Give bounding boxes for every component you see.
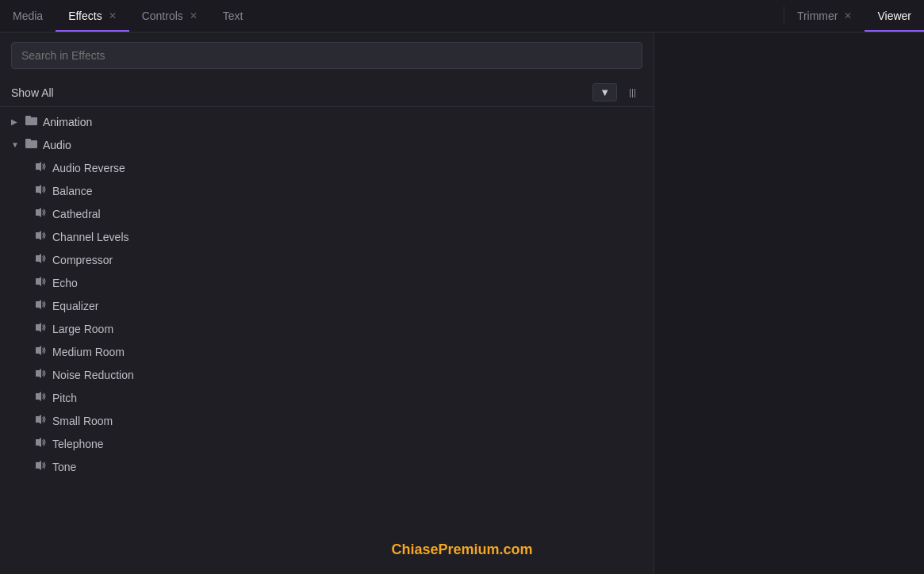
effect-large-room[interactable]: Large Room — [0, 317, 654, 340]
audio-icon — [35, 207, 46, 220]
effect-compressor[interactable]: Compressor — [0, 248, 654, 271]
folder-icon-audio — [25, 138, 38, 151]
effect-pitch-label: Pitch — [52, 392, 77, 404]
tab-controls-close[interactable]: ✕ — [190, 11, 197, 21]
category-audio[interactable]: ▼ Audio — [0, 133, 654, 156]
audio-icon — [35, 230, 46, 243]
svg-marker-9 — [36, 277, 41, 286]
effect-channel-levels-label: Channel Levels — [52, 231, 129, 243]
audio-icon — [35, 161, 46, 174]
audio-icon — [35, 391, 46, 404]
audio-icon — [35, 414, 46, 427]
svg-rect-1 — [25, 116, 31, 119]
chevron-right-icon: ▶ — [11, 117, 21, 126]
effect-noise-reduction[interactable]: Noise Reduction — [0, 363, 654, 386]
tab-trimmer[interactable]: Trimmer ✕ — [784, 0, 865, 32]
svg-marker-17 — [36, 461, 41, 470]
tab-text-label: Text — [223, 10, 243, 22]
tab-bar-left: Media Effects ✕ Controls ✕ Text Trimmer … — [0, 0, 924, 33]
audio-icon — [35, 299, 46, 312]
filter-dropdown[interactable]: ▼ — [592, 83, 617, 101]
svg-marker-6 — [36, 208, 41, 217]
category-audio-label: Audio — [43, 139, 71, 151]
right-panel — [654, 33, 924, 574]
tab-text[interactable]: Text — [210, 0, 256, 32]
svg-marker-7 — [36, 231, 41, 240]
effect-large-room-label: Large Room — [52, 323, 113, 335]
svg-rect-3 — [25, 139, 31, 142]
effect-balance-label: Balance — [52, 185, 93, 197]
effect-equalizer[interactable]: Equalizer — [0, 294, 654, 317]
tab-effects[interactable]: Effects ✕ — [56, 0, 129, 32]
category-animation[interactable]: ▶ Animation — [0, 110, 654, 133]
chevron-down-icon: ▼ — [600, 86, 610, 98]
svg-marker-15 — [36, 415, 41, 424]
tab-media-label: Media — [13, 10, 43, 22]
effect-balance[interactable]: Balance — [0, 179, 654, 202]
svg-marker-16 — [36, 438, 41, 447]
filter-sort-icon: ⫼ — [627, 86, 639, 99]
audio-icon — [35, 253, 46, 266]
audio-icon — [35, 276, 46, 289]
search-input[interactable] — [11, 42, 642, 69]
tab-controls-label: Controls — [142, 10, 183, 22]
effect-tone[interactable]: Tone — [0, 455, 654, 478]
svg-marker-10 — [36, 300, 41, 309]
filter-bar: Show All ▼ ⫼ — [0, 78, 654, 107]
chevron-down-icon-audio: ▼ — [11, 140, 21, 149]
tab-controls[interactable]: Controls ✕ — [129, 0, 210, 32]
effect-telephone-label: Telephone — [52, 438, 104, 450]
effect-echo-label: Echo — [52, 277, 78, 289]
tab-viewer[interactable]: Viewer — [865, 0, 924, 32]
effects-list: ▶ Animation ▼ Audio — [0, 107, 654, 574]
main-layout: Show All ▼ ⫼ ▶ Animation — [0, 33, 924, 574]
tab-viewer-label: Viewer — [877, 10, 911, 22]
svg-marker-14 — [36, 392, 41, 401]
filter-icon-button[interactable]: ⫼ — [623, 84, 642, 101]
category-animation-label: Animation — [43, 116, 92, 128]
tab-media[interactable]: Media — [0, 0, 56, 32]
svg-marker-11 — [36, 323, 41, 332]
effect-medium-room-label: Medium Room — [52, 346, 125, 358]
effect-small-room[interactable]: Small Room — [0, 409, 654, 432]
effect-echo[interactable]: Echo — [0, 271, 654, 294]
audio-icon — [35, 437, 46, 450]
audio-icon — [35, 184, 46, 197]
effect-cathedral-label: Cathedral — [52, 208, 101, 220]
left-panel: Show All ▼ ⫼ ▶ Animation — [0, 33, 654, 574]
effect-small-room-label: Small Room — [52, 415, 113, 427]
effect-tone-label: Tone — [52, 461, 76, 473]
svg-marker-4 — [36, 162, 41, 171]
svg-marker-12 — [36, 346, 41, 355]
effect-audio-reverse[interactable]: Audio Reverse — [0, 156, 654, 179]
effect-telephone[interactable]: Telephone — [0, 432, 654, 455]
svg-marker-5 — [36, 185, 41, 194]
filter-label: Show All — [11, 86, 586, 99]
effect-equalizer-label: Equalizer — [52, 300, 98, 312]
effect-pitch[interactable]: Pitch — [0, 386, 654, 409]
effect-audio-reverse-label: Audio Reverse — [52, 162, 125, 174]
effect-compressor-label: Compressor — [52, 254, 113, 266]
audio-icon — [35, 322, 46, 335]
tab-effects-label: Effects — [68, 10, 102, 22]
effect-noise-reduction-label: Noise Reduction — [52, 369, 134, 381]
effect-medium-room[interactable]: Medium Room — [0, 340, 654, 363]
tab-effects-close[interactable]: ✕ — [109, 11, 117, 21]
audio-icon — [35, 460, 46, 473]
tab-trimmer-label: Trimmer — [797, 10, 838, 22]
effect-channel-levels[interactable]: Channel Levels — [0, 225, 654, 248]
effect-cathedral[interactable]: Cathedral — [0, 202, 654, 225]
folder-icon-animation — [25, 115, 38, 128]
viewer-area — [654, 33, 924, 574]
tab-trimmer-close[interactable]: ✕ — [844, 11, 852, 21]
audio-icon — [35, 345, 46, 358]
svg-marker-8 — [36, 254, 41, 263]
svg-marker-13 — [36, 369, 41, 378]
audio-icon — [35, 368, 46, 381]
